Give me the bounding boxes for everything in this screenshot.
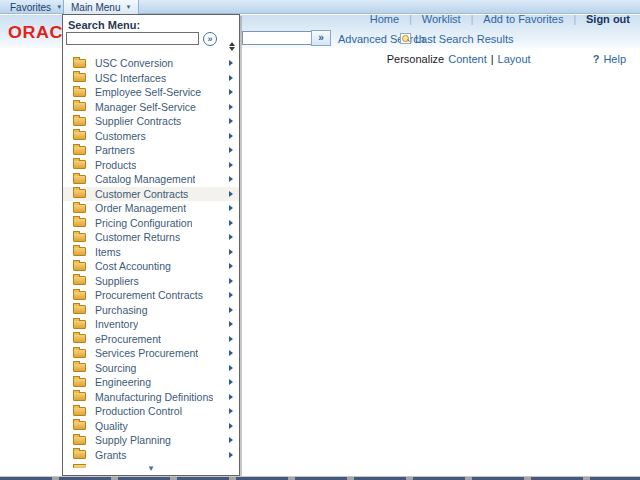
sign-out-link[interactable]: Sign out	[586, 13, 630, 25]
menu-item[interactable]: Engineering	[63, 375, 239, 390]
favorites-menu-button[interactable]: Favorites ▼	[3, 0, 69, 14]
main-menu-button[interactable]: Main Menu ▼	[63, 0, 139, 14]
personalize-separator: |	[491, 53, 494, 65]
chevron-right-icon	[229, 350, 233, 356]
menu-list: USC Conversion USC Interfaces Employee S…	[63, 56, 239, 462]
folder-icon	[73, 436, 86, 445]
folder-icon	[73, 262, 86, 271]
menu-item[interactable]: Services Procurement	[63, 346, 239, 361]
chevron-right-icon	[229, 118, 233, 124]
menu-item[interactable]: Customer Returns	[63, 230, 239, 245]
page-personalize-bar: Personalize Content | Layout ? Help	[387, 53, 626, 65]
menu-item[interactable]: Pricing Configuration	[63, 216, 239, 231]
menu-item[interactable]: Quality	[63, 419, 239, 434]
chevron-right-icon	[229, 133, 233, 139]
chevron-right-icon	[229, 162, 233, 168]
menu-item-label: Production Control	[95, 405, 182, 417]
menu-item[interactable]: Partners	[63, 143, 239, 158]
scroll-more-icon[interactable]: ▼	[63, 465, 239, 473]
scroll-up-icon	[229, 42, 235, 46]
worklist-link[interactable]: Worklist	[422, 13, 461, 25]
search-menu-label: Search Menu:	[68, 19, 140, 31]
top-nav-bar: Favorites ▼ Main Menu ▼	[0, 0, 640, 14]
menu-item[interactable]: Customers	[63, 129, 239, 144]
menu-item-label: Products	[95, 159, 136, 171]
chevron-right-icon	[229, 220, 233, 226]
chevron-right-icon	[229, 423, 233, 429]
folder-icon	[73, 305, 86, 314]
chevron-right-icon	[229, 408, 233, 414]
menu-item[interactable]: Supplier Contracts	[63, 114, 239, 129]
menu-item[interactable]: Production Control	[63, 404, 239, 419]
main-menu-dropdown: Search Menu: » USC Conversion USC Interf…	[62, 14, 240, 476]
menu-item[interactable]: Manager Self-Service	[63, 100, 239, 115]
personalize-layout-link[interactable]: Layout	[498, 53, 531, 65]
chevron-down-icon: ▼	[125, 4, 131, 10]
menu-item-label: Supply Planning	[95, 434, 171, 446]
folder-icon	[73, 146, 86, 155]
menu-item-label: USC Conversion	[95, 57, 173, 69]
menu-item[interactable]: Inventory	[63, 317, 239, 332]
folder-icon	[73, 102, 86, 111]
menu-scroll-up-control[interactable]	[228, 42, 236, 51]
menu-item[interactable]: eProcurement	[63, 332, 239, 347]
menu-item[interactable]: Cost Accounting	[63, 259, 239, 274]
help-icon[interactable]: ?	[593, 53, 600, 65]
menu-item[interactable]: Items	[63, 245, 239, 260]
menu-item[interactable]: Procurement Contracts	[63, 288, 239, 303]
menu-item[interactable]: Employee Self-Service	[63, 85, 239, 100]
folder-icon	[73, 291, 86, 300]
advanced-search-link[interactable]: Advanced Search	[338, 33, 425, 45]
personalize-content-link[interactable]: Content	[448, 53, 487, 65]
menu-item-label: Quality	[95, 420, 128, 432]
header-links: Home | Worklist | Add to Favorites | Sig…	[370, 13, 630, 25]
chevron-right-icon	[229, 176, 233, 182]
menu-item[interactable]: USC Interfaces	[63, 71, 239, 86]
menu-item-label: Engineering	[95, 376, 151, 388]
chevron-right-icon	[229, 321, 233, 327]
menu-item[interactable]: USC Conversion	[63, 56, 239, 71]
folder-icon	[73, 233, 86, 242]
last-search-results-link[interactable]: Last Search Results	[415, 33, 513, 45]
menu-item[interactable]: Manufacturing Definitions	[63, 390, 239, 405]
personalize-label: Personalize	[387, 53, 444, 65]
menu-item[interactable]: Supply Planning	[63, 433, 239, 448]
menu-item[interactable]: Purchasing	[63, 303, 239, 318]
chevron-right-icon	[229, 60, 233, 66]
folder-icon	[73, 334, 86, 343]
help-link[interactable]: Help	[603, 53, 626, 65]
menu-item-label: Manager Self-Service	[95, 101, 196, 113]
menu-search-go-button[interactable]: »	[203, 32, 217, 46]
link-separator: |	[409, 14, 412, 25]
menu-item[interactable]: Grants	[63, 448, 239, 463]
menu-item-label: Sourcing	[95, 362, 136, 374]
toolbar-search-input[interactable]	[242, 31, 311, 45]
folder-icon	[73, 117, 86, 126]
menu-item-label: Grants	[95, 449, 127, 461]
toolbar-search-go-button[interactable]: »	[311, 30, 331, 46]
menu-item-label: Procurement Contracts	[95, 289, 203, 301]
folder-icon	[73, 320, 86, 329]
menu-item[interactable]: Suppliers	[63, 274, 239, 289]
menu-item[interactable]: Sourcing	[63, 361, 239, 376]
chevron-right-icon	[229, 292, 233, 298]
main-menu-label: Main Menu	[71, 2, 120, 13]
folder-icon	[73, 450, 86, 459]
menu-search-input[interactable]	[66, 32, 199, 45]
link-separator: |	[471, 14, 474, 25]
chevron-right-icon	[229, 278, 233, 284]
menu-more-row: ▼	[63, 463, 239, 475]
menu-item[interactable]: Order Management	[63, 201, 239, 216]
menu-item-label: Suppliers	[95, 275, 139, 287]
folder-icon	[73, 160, 86, 169]
folder-icon	[73, 175, 86, 184]
last-search-results-icon	[400, 33, 411, 44]
menu-item[interactable]: Customer Contracts	[63, 187, 239, 202]
chevron-right-icon	[229, 307, 233, 313]
menu-item[interactable]: Catalog Management	[63, 172, 239, 187]
home-link[interactable]: Home	[370, 13, 399, 25]
chevron-right-icon	[229, 205, 233, 211]
add-to-favorites-link[interactable]: Add to Favorites	[483, 13, 563, 25]
chevron-right-icon	[229, 365, 233, 371]
menu-item[interactable]: Products	[63, 158, 239, 173]
